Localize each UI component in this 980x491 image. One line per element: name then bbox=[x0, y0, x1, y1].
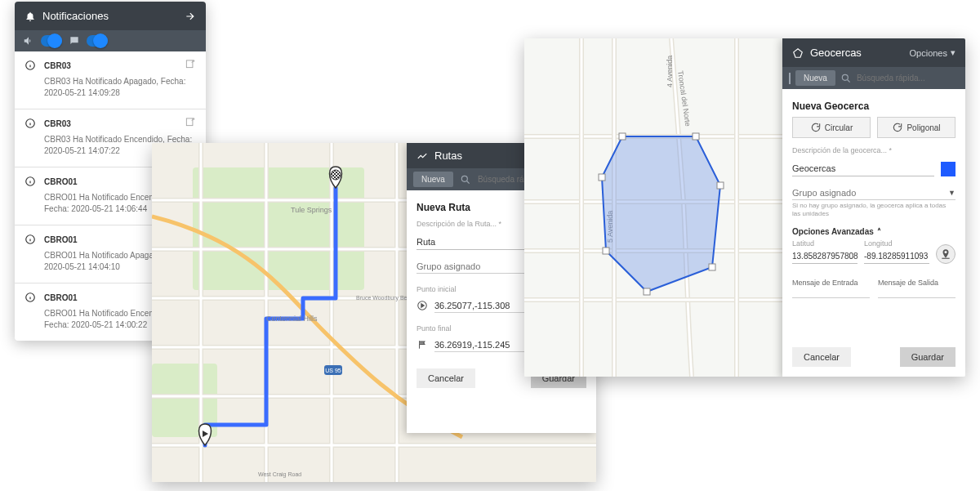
svg-point-52 bbox=[842, 74, 848, 80]
svg-text:Centennial Hills: Centennial Hills bbox=[266, 315, 318, 323]
refresh-icon bbox=[810, 122, 822, 133]
pentagon-icon bbox=[792, 47, 804, 59]
notification-code: CBRO01 bbox=[44, 235, 78, 244]
bell-icon bbox=[24, 11, 36, 22]
options-menu[interactable]: Opciones▾ bbox=[910, 47, 956, 58]
end-flag-icon bbox=[416, 339, 428, 350]
notification-code: CBR03 bbox=[44, 119, 71, 128]
svg-point-34 bbox=[461, 176, 467, 181]
note-add-icon[interactable] bbox=[185, 58, 196, 69]
svg-marker-37 bbox=[421, 304, 425, 308]
notification-desc: CBR03 Ha Notificado Apagado, Fecha: 2020… bbox=[24, 76, 196, 99]
svg-line-35 bbox=[467, 181, 470, 183]
geofence-search-input[interactable] bbox=[857, 74, 960, 83]
msg-in-label: Mensaje de Entrada bbox=[792, 279, 870, 287]
geo-desc-label: Descripción de la geocerca... * bbox=[792, 146, 956, 154]
group-hint: Si no hay grupo asignado, la geocerca ap… bbox=[792, 202, 956, 219]
svg-marker-51 bbox=[794, 48, 803, 57]
svg-rect-7 bbox=[186, 118, 193, 126]
notification-code: CBRO01 bbox=[44, 293, 78, 302]
svg-rect-48 bbox=[644, 288, 650, 295]
svg-text:West Craig Road: West Craig Road bbox=[258, 471, 301, 478]
svg-rect-44 bbox=[619, 133, 626, 140]
cancel-button[interactable]: Cancelar bbox=[416, 368, 475, 388]
svg-point-27 bbox=[331, 170, 341, 180]
svg-rect-54 bbox=[942, 257, 949, 258]
geofence-desc-input[interactable] bbox=[792, 161, 934, 176]
cancel-button[interactable]: Cancelar bbox=[792, 347, 851, 367]
svg-rect-21 bbox=[193, 167, 364, 290]
latitude-input[interactable] bbox=[792, 249, 858, 264]
svg-rect-49 bbox=[603, 248, 609, 254]
geocercas-searchbar: Nueva bbox=[782, 67, 965, 89]
volume-icon bbox=[23, 35, 34, 47]
notification-code: CBRO01 bbox=[44, 177, 78, 186]
search-icon bbox=[840, 73, 852, 84]
msg-out-input[interactable] bbox=[878, 287, 956, 298]
geofence-color-swatch[interactable] bbox=[941, 162, 956, 176]
chevron-down-icon: ▼ bbox=[948, 189, 956, 197]
notification-item[interactable]: CBR03 CBR03 Ha Notificado Apagado, Fecha… bbox=[15, 51, 206, 109]
geocercas-actions: Cancelar Guardar bbox=[782, 341, 965, 377]
note-add-icon[interactable] bbox=[185, 116, 196, 127]
lng-label: Longitud bbox=[864, 239, 929, 248]
refresh-icon bbox=[892, 122, 903, 133]
save-button[interactable]: Guardar bbox=[900, 347, 956, 367]
svg-rect-46 bbox=[717, 182, 724, 189]
svg-rect-45 bbox=[693, 133, 699, 140]
notifications-title: Notificaciones bbox=[42, 10, 185, 22]
svg-text:Tule Springs: Tule Springs bbox=[291, 206, 332, 214]
lat-label: Latitud bbox=[792, 239, 858, 248]
geocercas-window: Troncal del Norte 4 Avenida 5 Avenida Ge… bbox=[524, 38, 965, 377]
geocercas-section-title: Nueva Geocerca bbox=[792, 100, 956, 112]
svg-text:US 95: US 95 bbox=[325, 368, 341, 373]
geocercas-panel: Geocercas Opciones▾ Nueva Nueva Geocerca… bbox=[782, 38, 965, 377]
notifications-header: Notificaciones bbox=[15, 2, 206, 30]
start-point-icon bbox=[416, 300, 428, 311]
geo-group-select[interactable]: Grupo asignado ▼ bbox=[792, 188, 956, 200]
new-geofence-button[interactable]: Nueva bbox=[795, 70, 835, 86]
popup-toggle[interactable] bbox=[87, 35, 108, 47]
msg-in-input[interactable] bbox=[792, 287, 870, 298]
arrow-right-icon[interactable] bbox=[185, 11, 196, 22]
geocercas-title: Geocercas bbox=[810, 47, 910, 59]
info-icon bbox=[24, 60, 36, 71]
set-marker-button[interactable] bbox=[936, 244, 956, 264]
info-icon bbox=[24, 118, 36, 129]
geo-group-label: Grupo asignado bbox=[792, 188, 948, 198]
poligonal-button[interactable]: Poligonal bbox=[877, 117, 956, 138]
msg-out-label: Mensaje de Salida bbox=[878, 279, 956, 287]
notifications-toolbar bbox=[15, 30, 206, 51]
longitude-input[interactable] bbox=[864, 249, 929, 264]
svg-line-53 bbox=[848, 79, 850, 82]
geocercas-form: Nueva Geocerca Circular Poligonal Descri… bbox=[782, 89, 965, 341]
select-all-checkbox[interactable] bbox=[789, 73, 791, 84]
sound-toggle[interactable] bbox=[41, 35, 62, 47]
new-route-button[interactable]: Nueva bbox=[413, 172, 453, 187]
svg-rect-3 bbox=[186, 60, 193, 68]
svg-text:4 Avenida: 4 Avenida bbox=[666, 56, 674, 87]
chevron-down-icon: ▾ bbox=[951, 47, 956, 58]
info-icon bbox=[24, 234, 36, 245]
svg-rect-47 bbox=[709, 264, 715, 270]
advanced-options-toggle[interactable]: Opciones Avanzadas ˄ bbox=[792, 227, 956, 236]
notification-code: CBR03 bbox=[44, 61, 71, 70]
circular-button[interactable]: Circular bbox=[792, 117, 871, 138]
route-icon bbox=[416, 150, 428, 162]
chevron-up-icon: ˄ bbox=[877, 227, 881, 236]
chat-icon bbox=[69, 35, 80, 47]
svg-rect-50 bbox=[599, 174, 605, 181]
geocercas-header: Geocercas Opciones▾ bbox=[782, 38, 965, 67]
info-icon bbox=[24, 176, 36, 187]
info-icon bbox=[24, 292, 36, 303]
search-icon bbox=[460, 174, 471, 185]
